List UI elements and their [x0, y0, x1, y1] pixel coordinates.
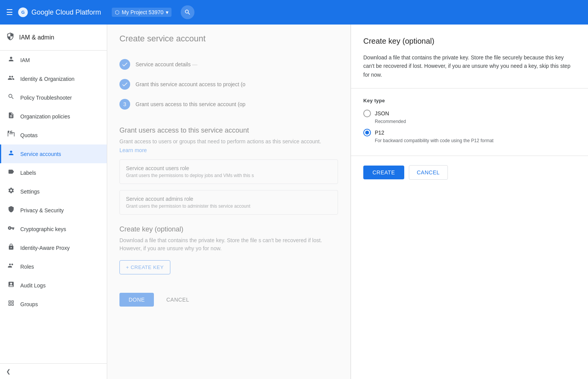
step-1: Service account details — — [119, 54, 338, 74]
org-policies-icon — [7, 112, 15, 121]
dropdown-icon: ▾ — [166, 9, 168, 15]
sidebar-item-identity-aware-proxy[interactable]: Identity-Aware Proxy — [0, 238, 107, 257]
grant-section-desc: Grant access to users or groups that nee… — [119, 138, 338, 146]
step-3-label: Grant users access to this service accou… — [136, 101, 245, 107]
stepper: Service account details — Grant this ser… — [119, 54, 338, 114]
p12-radio-item: P12 For backward compatibility with code… — [363, 129, 576, 143]
page-title: Create service account — [119, 34, 338, 44]
create-button[interactable]: CREATE — [363, 166, 404, 179]
project-selector[interactable]: ⬡ My Project 53970 ▾ — [112, 8, 172, 17]
admins-role-label: Service account admins role — [126, 196, 332, 202]
privacy-security-label: Privacy & Security — [20, 207, 64, 213]
json-radio-item: JSON Recommended — [363, 110, 576, 124]
service-accounts-icon — [7, 149, 15, 158]
sidebar-item-audit-logs[interactable]: Audit Logs — [0, 276, 107, 295]
sidebar-item-cryptographic-keys[interactable]: Cryptographic keys — [0, 220, 107, 238]
panel-title: Create key (optional) — [363, 37, 576, 46]
roles-label: Roles — [20, 264, 34, 270]
p12-radio-button[interactable] — [363, 129, 371, 136]
app-name: Google Cloud Platform — [31, 8, 101, 16]
sidebar-item-privacy-security[interactable]: Privacy & Security — [0, 201, 107, 220]
create-key-desc: Download a file that contains the privat… — [119, 236, 338, 253]
groups-label: Groups — [20, 301, 38, 307]
sidebar-item-service-accounts[interactable]: Service accounts — [0, 144, 107, 163]
sidebar-title: IAM & admin — [19, 34, 54, 41]
json-radio-label: JSON — [375, 110, 389, 116]
app-logo: G Google Cloud Platform — [18, 7, 101, 18]
admins-role-hint: Grant users the permission to administer… — [126, 203, 332, 209]
bottom-actions: DONE CANCEL — [119, 287, 338, 307]
create-key-button[interactable]: + CREATE KEY — [119, 260, 170, 274]
policy-troubleshooter-label: Policy Troubleshooter — [20, 95, 72, 101]
main-layout: IAM & admin IAM Identity & Organization … — [0, 25, 588, 379]
cancel-panel-button[interactable]: CANCEL — [409, 165, 448, 180]
grant-section-title: Grant users access to this service accou… — [119, 126, 338, 135]
sidebar-item-policy-troubleshooter[interactable]: Policy Troubleshooter — [0, 88, 107, 107]
labels-icon — [7, 168, 15, 177]
content-area: Create service account Service account d… — [107, 25, 588, 379]
key-type-radio-group: JSON Recommended P12 For backward compat… — [363, 110, 576, 143]
sidebar-collapse-button[interactable]: ❮ — [0, 363, 107, 379]
iam-admin-icon — [6, 32, 15, 43]
learn-more-link[interactable]: Learn more — [119, 147, 147, 153]
step-1-label: Service account details — — [136, 61, 198, 67]
sidebar-item-labels[interactable]: Labels — [0, 163, 107, 182]
quotas-label: Quotas — [20, 132, 38, 138]
identity-org-label: Identity & Organization — [20, 76, 75, 82]
admins-role-box[interactable]: Service account admins role Grant users … — [119, 190, 338, 215]
panel-divider — [351, 88, 588, 89]
p12-radio-label: P12 — [375, 130, 384, 136]
sidebar-item-roles[interactable]: Roles — [0, 257, 107, 276]
sidebar-item-quotas[interactable]: Quotas — [0, 126, 107, 144]
audit-logs-label: Audit Logs — [20, 282, 46, 289]
svg-text:G: G — [21, 10, 25, 15]
grant-section: Grant users access to this service accou… — [119, 126, 338, 153]
panel-actions: CREATE CANCEL — [363, 165, 576, 180]
cryptographic-keys-icon — [7, 225, 15, 233]
sidebar-item-iam[interactable]: IAM — [0, 51, 107, 69]
sidebar-item-settings[interactable]: Settings — [0, 182, 107, 201]
key-type-label: Key type — [363, 98, 576, 103]
roles-icon — [7, 262, 15, 271]
quotas-icon — [7, 131, 15, 139]
settings-label: Settings — [20, 189, 40, 195]
sidebar-item-groups[interactable]: Groups — [0, 295, 107, 313]
users-role-hint: Grant users the permissions to deploy jo… — [126, 173, 332, 178]
sidebar-item-org-policies[interactable]: Organization policies — [0, 107, 107, 126]
create-key-panel: Create key (optional) Download a file th… — [351, 25, 588, 379]
users-role-box[interactable]: Service account users role Grant users t… — [119, 159, 338, 184]
org-policies-label: Organization policies — [20, 113, 70, 120]
iam-label: IAM — [20, 57, 30, 63]
step-3-circle: 3 — [119, 99, 130, 110]
step-3: 3 Grant users access to this service acc… — [119, 94, 338, 114]
settings-icon — [7, 187, 15, 196]
step-2-label: Grant this service account access to pro… — [136, 81, 245, 87]
main-content: Create service account Service account d… — [107, 25, 351, 379]
identity-aware-proxy-icon — [7, 243, 15, 252]
policy-troubleshooter-icon — [7, 93, 15, 102]
panel-desc: Download a file that contains the privat… — [363, 53, 576, 79]
create-key-btn-label: + CREATE KEY — [126, 264, 164, 270]
search-icon — [184, 9, 191, 16]
sidebar-header: IAM & admin — [0, 25, 107, 51]
json-radio-button[interactable] — [363, 110, 371, 117]
json-radio-row[interactable]: JSON — [363, 110, 576, 117]
collapse-icon: ❮ — [6, 368, 11, 374]
step-2: Grant this service account access to pro… — [119, 74, 338, 94]
menu-icon[interactable]: ☰ — [6, 8, 13, 17]
search-button[interactable] — [181, 5, 194, 19]
identity-org-icon — [7, 74, 15, 83]
privacy-security-icon — [7, 206, 15, 215]
sidebar-item-identity-org[interactable]: Identity & Organization — [0, 69, 107, 88]
done-button[interactable]: DONE — [119, 293, 154, 307]
labels-label: Labels — [20, 170, 36, 176]
iam-icon — [7, 56, 15, 64]
service-accounts-label: Service accounts — [20, 151, 61, 157]
topbar: ☰ G Google Cloud Platform ⬡ My Project 5… — [0, 0, 588, 25]
json-radio-hint: Recommended — [375, 119, 576, 124]
project-icon: ⬡ — [115, 9, 119, 15]
p12-radio-row[interactable]: P12 — [363, 129, 576, 136]
panel-actions-divider — [351, 156, 588, 156]
step-1-circle — [119, 59, 130, 70]
cancel-main-button[interactable]: CANCEL — [160, 293, 195, 307]
